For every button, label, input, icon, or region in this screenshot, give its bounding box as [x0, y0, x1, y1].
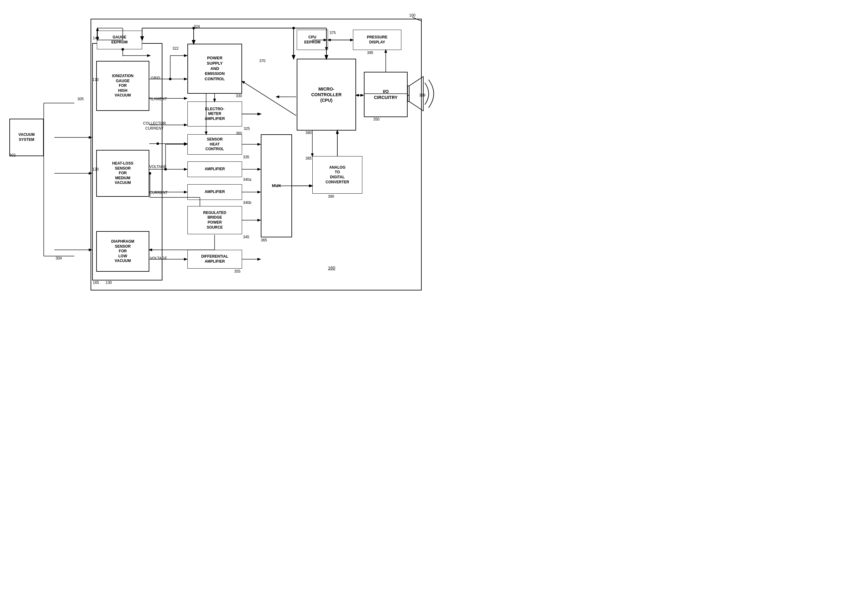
diagram-lines [0, 0, 434, 300]
diagram-container: 100 VACUUMSYSTEM 302 165 130 304 305 GAU… [0, 0, 434, 300]
svg-point-66 [149, 172, 151, 175]
svg-point-17 [122, 48, 124, 51]
svg-line-42 [242, 81, 296, 116]
svg-line-1 [412, 17, 422, 21]
svg-marker-51 [409, 77, 423, 111]
